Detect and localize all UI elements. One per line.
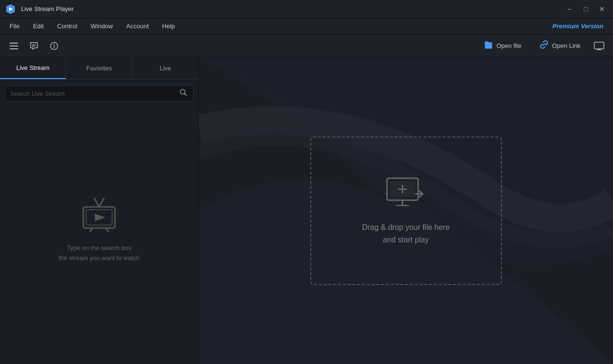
open-link-icon xyxy=(539,39,549,52)
app-logo xyxy=(4,2,17,16)
titlebar: Live Stream Player − □ ✕ xyxy=(0,0,613,18)
tab-favorites[interactable]: Favorites xyxy=(66,57,132,79)
minimize-button[interactable]: − xyxy=(562,3,577,15)
open-file-button[interactable]: Open file xyxy=(477,36,528,55)
svg-rect-7 xyxy=(54,45,55,48)
tab-live-stream[interactable]: Live Stream xyxy=(0,57,66,79)
premium-label: Premium Version xyxy=(553,23,609,30)
menu-account[interactable]: Account xyxy=(121,21,155,32)
sidebar: Live Stream Favorites Live xyxy=(0,57,199,364)
menu-file[interactable]: File xyxy=(4,21,25,32)
svg-rect-3 xyxy=(10,48,18,49)
tab-live[interactable]: Live xyxy=(133,57,198,79)
svg-rect-5 xyxy=(32,46,34,47)
svg-rect-2 xyxy=(10,46,18,46)
search-button[interactable] xyxy=(179,88,188,99)
toolbar: Open file Open Link xyxy=(0,34,613,57)
menu-edit[interactable]: Edit xyxy=(27,21,49,32)
tv-icon xyxy=(78,189,121,234)
search-box xyxy=(5,85,193,102)
menu-window[interactable]: Window xyxy=(85,21,118,32)
search-input[interactable] xyxy=(10,90,179,97)
menu-help[interactable]: Help xyxy=(157,21,181,32)
chat-button[interactable] xyxy=(26,38,42,54)
tab-bar: Live Stream Favorites Live xyxy=(0,57,198,80)
sidebar-empty-text: Type on the search box the stream you wa… xyxy=(58,243,139,263)
open-link-label: Open Link xyxy=(552,42,580,49)
open-link-button[interactable]: Open Link xyxy=(532,36,587,55)
main-layout: Live Stream Favorites Live xyxy=(0,57,613,364)
open-file-label: Open file xyxy=(497,42,522,49)
svg-rect-1 xyxy=(10,43,18,44)
drop-icon xyxy=(385,176,428,214)
sidebar-empty-state: Type on the search box the stream you wa… xyxy=(0,107,198,364)
app-title: Live Stream Player xyxy=(21,5,562,12)
svg-rect-9 xyxy=(594,42,604,49)
hamburger-menu-button[interactable] xyxy=(6,38,22,54)
screen-button[interactable] xyxy=(591,38,607,54)
svg-line-11 xyxy=(185,94,187,96)
open-file-icon xyxy=(483,39,494,52)
close-button[interactable]: ✕ xyxy=(595,3,609,15)
svg-line-12 xyxy=(94,198,99,207)
window-controls: − □ ✕ xyxy=(562,3,609,15)
svg-rect-4 xyxy=(32,45,36,46)
menu-control[interactable]: Control xyxy=(51,21,83,32)
svg-point-8 xyxy=(54,44,55,45)
dropzone[interactable]: Drag & drop your file here and start pla… xyxy=(310,136,502,285)
maximize-button[interactable]: □ xyxy=(579,3,593,15)
content-area: Drag & drop your file here and start pla… xyxy=(199,57,613,364)
drop-zone-text: Drag & drop your file here and start pla… xyxy=(362,221,450,246)
svg-line-13 xyxy=(99,198,104,207)
info-button[interactable] xyxy=(46,38,62,54)
menubar: File Edit Control Window Account Help Pr… xyxy=(0,18,613,34)
